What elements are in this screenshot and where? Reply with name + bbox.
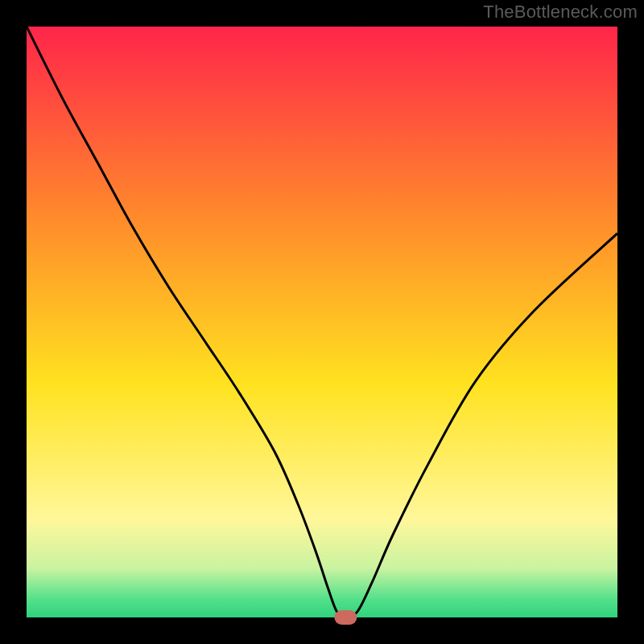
- optimal-point-marker: [334, 610, 357, 625]
- watermark-text: TheBottleneck.com: [483, 2, 638, 23]
- gradient-background: [14, 14, 630, 630]
- bottleneck-chart: [0, 0, 644, 644]
- chart-container: TheBottleneck.com: [0, 0, 644, 644]
